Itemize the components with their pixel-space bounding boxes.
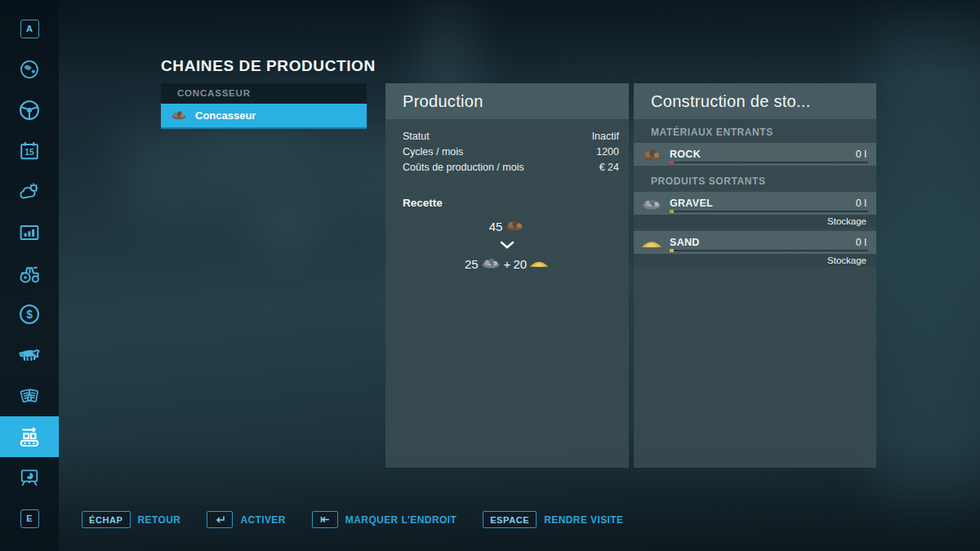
- stat-row-costs: Coûts de production / mois € 24: [385, 159, 629, 175]
- storage-panel: Construction de sto... MATÉRIAUX ENTRANT…: [634, 83, 876, 468]
- hint-activate[interactable]: ACTIVER: [207, 511, 285, 528]
- sidebar-item-vehicles[interactable]: [0, 90, 59, 131]
- fill-bar-track: [670, 211, 868, 212]
- backspace-key-badge: [312, 511, 338, 528]
- sidebar-item-finances[interactable]: $: [0, 294, 59, 335]
- svg-text:15: 15: [24, 148, 34, 157]
- storage-target-gravel[interactable]: Stockage: [634, 215, 876, 228]
- stat-value: 1200: [596, 146, 619, 158]
- list-group-header: CONCASSEUR: [161, 83, 367, 104]
- storage-target-sand[interactable]: Stockage: [634, 254, 876, 267]
- key-e-badge: E: [20, 509, 39, 528]
- chevron-down-icon: [385, 237, 629, 253]
- calendar-icon: 15: [17, 139, 42, 163]
- fill-bar-track: [670, 250, 868, 251]
- sidebar-item-contracts[interactable]: [0, 375, 59, 416]
- svg-text:$: $: [26, 308, 33, 321]
- space-key-badge: ESPACE: [483, 511, 537, 528]
- hint-visit[interactable]: ESPACE RENDRE VISITE: [483, 511, 623, 528]
- resource-label: SAND: [670, 237, 700, 248]
- gravel-icon: [480, 256, 501, 271]
- resource-label: GRAVEL: [670, 198, 713, 209]
- sidebar-item-garage[interactable]: [0, 253, 59, 294]
- recipe-label: Recette: [403, 197, 629, 209]
- resource-row-rock[interactable]: ROCK 0 l: [634, 143, 876, 166]
- stat-value: € 24: [599, 162, 619, 173]
- recipe-plus: +: [503, 257, 512, 271]
- gravel-icon: [640, 197, 663, 213]
- sidebar-item-key-e: E: [0, 498, 59, 539]
- sidebar-item-help[interactable]: [0, 457, 59, 498]
- presentation-board-icon: [17, 465, 42, 490]
- list-item-concasseur[interactable]: Concasseur: [161, 104, 367, 129]
- sidebar-item-production-chains[interactable]: [0, 416, 59, 457]
- production-panel: Production Statut Inactif Cycles / mois …: [385, 83, 629, 468]
- sand-icon: [640, 236, 663, 252]
- menu-sidebar: A 15: [0, 0, 59, 551]
- production-chain-icon: [16, 423, 43, 451]
- recipe-input-amount: 45: [489, 220, 503, 233]
- resource-fill-level: 0 l: [856, 149, 866, 160]
- fill-bar-indicator: [670, 210, 674, 213]
- recipe-input-line: 45: [385, 216, 629, 237]
- fill-bar-indicator: [670, 249, 674, 252]
- stat-value: Inactif: [592, 131, 619, 142]
- stat-label: Coûts de production / mois: [403, 162, 524, 173]
- contracts-icon: [16, 383, 42, 409]
- resource-label: ROCK: [670, 149, 701, 160]
- resource-fill-level: 0 l: [856, 237, 866, 248]
- sidebar-item-key-a: A: [0, 8, 59, 49]
- sidebar-item-map[interactable]: [0, 49, 59, 90]
- hint-label: ACTIVER: [240, 514, 285, 526]
- weather-icon: [17, 180, 42, 204]
- sidebar-item-calendar[interactable]: 15: [0, 131, 59, 171]
- resource-fill-level: 0 l: [856, 198, 866, 209]
- fill-bar-indicator: [670, 161, 674, 164]
- recipe-output-line: 25 + 20: [385, 253, 629, 274]
- rock-icon: [170, 109, 188, 122]
- recipe-output2-amount: 20: [513, 257, 527, 271]
- finances-icon: $: [17, 302, 42, 327]
- cow-icon: [16, 341, 43, 369]
- backspace-icon: [319, 515, 331, 524]
- rock-icon: [640, 148, 663, 164]
- production-panel-title: Production: [385, 83, 629, 119]
- list-item-label: Concasseur: [195, 109, 256, 122]
- hint-label: RETOUR: [138, 514, 181, 526]
- resource-row-sand[interactable]: SAND 0 l: [634, 231, 876, 254]
- stat-label: Statut: [403, 131, 430, 142]
- section-header-inputs: MATÉRIAUX ENTRANTS: [634, 119, 876, 143]
- production-stats: Statut Inactif Cycles / mois 1200 Coûts …: [385, 128, 629, 175]
- enter-key-badge: [207, 511, 233, 528]
- fill-bar-track: [670, 162, 868, 163]
- hint-back[interactable]: ÉCHAP RETOUR: [82, 511, 180, 528]
- hint-label: RENDRE VISITE: [544, 514, 623, 526]
- recipe-output1-amount: 25: [465, 257, 479, 271]
- stat-label: Cycles / mois: [403, 146, 463, 158]
- page-title: CHAINES DE PRODUCTION: [161, 57, 376, 75]
- globe-icon: [18, 58, 41, 81]
- tractor-icon: [16, 260, 42, 287]
- production-list: CONCASSEUR Concasseur: [161, 83, 367, 129]
- key-hint-bar: ÉCHAP RETOUR ACTIVER MARQUER L'ENDROIT E…: [82, 511, 623, 528]
- sidebar-item-animals[interactable]: [0, 335, 59, 375]
- sand-icon: [528, 256, 550, 271]
- sidebar-item-statistics[interactable]: [0, 212, 59, 253]
- storage-panel-title: Construction de sto...: [634, 83, 876, 119]
- resource-row-gravel[interactable]: GRAVEL 0 l: [634, 192, 876, 215]
- enter-icon: [214, 515, 225, 524]
- recipe-diagram: 45 25: [385, 216, 629, 274]
- escape-key-badge: ÉCHAP: [82, 511, 131, 528]
- key-a-badge: A: [20, 20, 39, 38]
- sidebar-item-weather[interactable]: [0, 171, 59, 212]
- section-header-outputs: PRODUITS SORTANTS: [634, 166, 876, 192]
- statistics-icon: [17, 220, 42, 245]
- hint-tag-location[interactable]: MARQUER L'ENDROIT: [312, 511, 457, 528]
- hint-label: MARQUER L'ENDROIT: [345, 514, 457, 526]
- rock-icon: [504, 219, 525, 233]
- stat-row-cycles: Cycles / mois 1200: [385, 144, 629, 159]
- stat-row-status: Statut Inactif: [385, 128, 629, 144]
- steering-wheel-icon: [17, 98, 42, 122]
